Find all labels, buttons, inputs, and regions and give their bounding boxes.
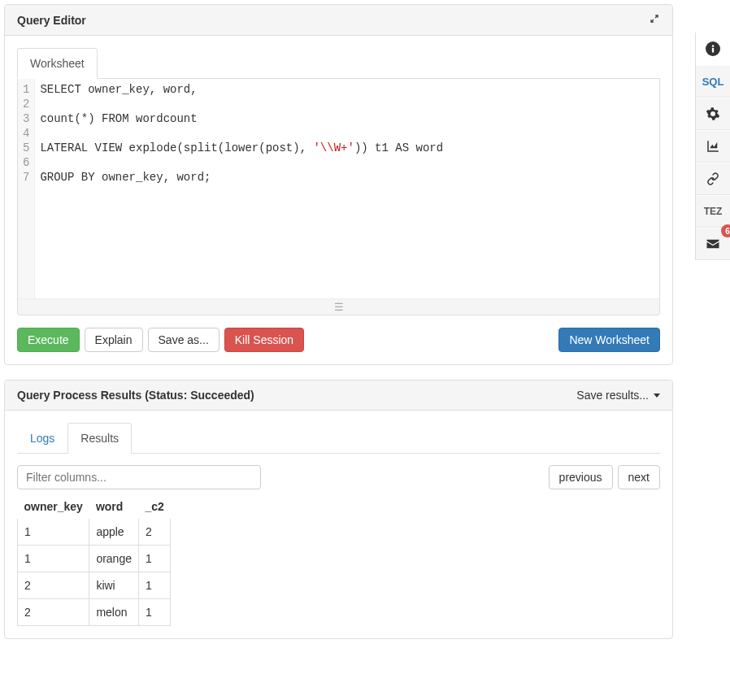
tab-results[interactable]: Results (67, 423, 132, 454)
worksheet-tab[interactable]: Worksheet (17, 48, 98, 79)
code-content[interactable]: SELECT owner_key, word, count(*) FROM wo… (35, 79, 659, 298)
explain-button[interactable]: Explain (85, 328, 143, 352)
pager: previous next (549, 465, 660, 489)
info-icon[interactable] (696, 33, 730, 65)
link-icon[interactable] (696, 163, 730, 195)
filter-columns-input[interactable] (17, 465, 261, 489)
svg-rect-2 (712, 46, 714, 47)
svg-rect-1 (712, 48, 714, 53)
new-worksheet-button[interactable]: New Worksheet (558, 328, 660, 352)
table-row: 2 melon 1 (18, 599, 171, 626)
sql-tab[interactable]: SQL (696, 65, 730, 98)
table-row: 1 orange 1 (18, 546, 171, 572)
line-gutter: 1 2 3 4 5 6 7 (18, 79, 35, 298)
code-editor[interactable]: 1 2 3 4 5 6 7 SELECT owner_key, word, co… (17, 79, 660, 315)
query-editor-panel: Query Editor Worksheet 1 2 3 4 5 6 (4, 4, 673, 365)
save-results-dropdown[interactable]: Save results... (576, 389, 660, 402)
results-panel: Query Process Results (Status: Succeeded… (4, 380, 673, 639)
tab-logs[interactable]: Logs (17, 423, 67, 454)
execute-button[interactable]: Execute (17, 328, 80, 352)
previous-button[interactable]: previous (549, 465, 613, 489)
query-editor-heading: Query Editor (5, 5, 672, 36)
table-row: 2 kiwi 1 (18, 572, 171, 599)
worksheet-tabs: Worksheet (17, 48, 660, 79)
results-table: owner_key word _c2 1 apple 2 1 orange 1 (17, 496, 171, 626)
tez-tab[interactable]: TEZ (696, 195, 730, 228)
col-c2[interactable]: _c2 (138, 496, 170, 518)
caret-down-icon (654, 393, 660, 398)
results-heading: Query Process Results (Status: Succeeded… (5, 380, 672, 411)
kill-session-button[interactable]: Kill Session (224, 328, 304, 352)
col-owner-key[interactable]: owner_key (18, 496, 89, 518)
right-rail: SQL TEZ 6 (695, 33, 730, 260)
resize-grip-icon[interactable]: ☰ (18, 298, 659, 315)
query-editor-title: Query Editor (17, 14, 86, 27)
save-as-button[interactable]: Save as... (148, 328, 219, 352)
next-button[interactable]: next (618, 465, 660, 489)
table-row: 1 apple 2 (18, 518, 171, 546)
results-title: Query Process Results (Status: Succeeded… (17, 389, 254, 402)
col-word[interactable]: word (89, 496, 139, 518)
gear-icon[interactable] (696, 98, 730, 130)
chart-icon[interactable] (696, 130, 730, 163)
notification-badge: 6 (721, 224, 730, 237)
results-tabs: Logs Results (17, 423, 660, 454)
expand-icon[interactable] (649, 13, 660, 27)
envelope-icon[interactable]: 6 (696, 228, 730, 260)
